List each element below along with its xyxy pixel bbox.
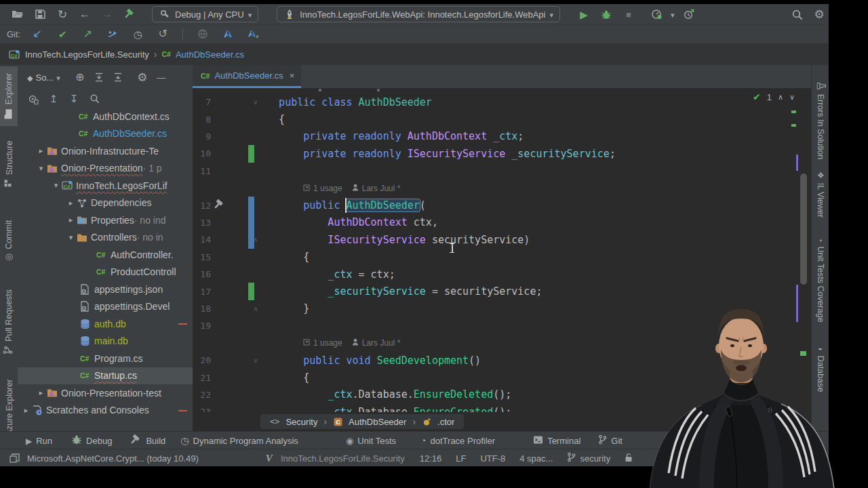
sync-icon[interactable]: ↻	[54, 6, 71, 22]
breadcrumb-project[interactable]: InnoTech.LegosForLife.Security	[25, 49, 149, 60]
back-icon[interactable]: ←	[77, 6, 93, 22]
settings-gear-icon[interactable]: ⚙	[811, 6, 827, 22]
stripe-item-il-viewer[interactable]: ❖IL Viewer	[816, 171, 825, 218]
git-history-button[interactable]: ◷	[130, 26, 146, 42]
tree-item-onion-presentation[interactable]: ▾Onion-Presentation · 1 p	[18, 160, 193, 178]
tool-windows-icon[interactable]	[8, 452, 20, 464]
tree-item-scratches-and-consoles[interactable]: ▸Scratches and Consoles	[18, 402, 193, 420]
stripe-item-errors-in-solution[interactable]: Errors In Solution	[815, 82, 827, 160]
chevron-right-icon[interactable]: ▸	[35, 146, 47, 155]
bottom-toolbar-unit-tests[interactable]: ◉Unit Tests	[346, 436, 396, 446]
stripe-item-database[interactable]: ◗Database	[816, 347, 825, 392]
status-widget-lf[interactable]: LF	[456, 453, 466, 464]
vcs-author-label[interactable]: Lars Juul *	[362, 338, 401, 348]
tree-item-innotech-legosforlif[interactable]: ▾C#InnoTech.LegosForLif	[18, 177, 193, 195]
code-vision-hint[interactable]: 1 usageLars Juul *	[303, 335, 400, 352]
bottom-toolbar-build[interactable]: Build	[130, 434, 165, 448]
hide-panel-button[interactable]: —	[155, 71, 167, 83]
bottom-toolbar-dynamic-program-analysis[interactable]: ◷Dynamic Program Analysis	[180, 436, 298, 446]
chevron-down-icon[interactable]: ▾	[35, 164, 47, 173]
tab-authdbseeder[interactable]: C# AuthDbSeeder.cs ×	[193, 65, 301, 88]
build-hammer-icon[interactable]	[121, 6, 138, 22]
open-icon[interactable]	[9, 6, 26, 22]
expand-all-button[interactable]	[93, 71, 105, 83]
scroll-up-icon[interactable]: ↥	[47, 93, 60, 105]
git-push-button[interactable]: ↗	[79, 26, 96, 42]
select-opened-file-button[interactable]	[27, 93, 39, 105]
vcs-changed-bar[interactable]	[248, 214, 254, 231]
tree-item-appsettings-devel[interactable]: appsettings.Devel	[18, 298, 193, 316]
tree-item-dependencies[interactable]: ▸Dependencies	[18, 195, 193, 212]
stripe-item-azure-explorer[interactable]: Azure Explorer	[3, 380, 15, 431]
forward-icon[interactable]: →	[99, 6, 115, 22]
chevron-right-icon[interactable]: ▸	[20, 406, 32, 415]
bottom-toolbar-debug[interactable]: Debug	[71, 434, 112, 447]
tree-item-controllers[interactable]: ▾Controllers · no in	[18, 229, 193, 247]
status-widget-utf-8[interactable]: UTF-8	[480, 453, 505, 464]
fold-marker[interactable]: ∨	[251, 352, 260, 369]
status-event[interactable]: Microsoft.AspNetCore.Crypt... (today 10.…	[27, 453, 199, 464]
git-cherry-pick-button[interactable]	[104, 26, 121, 42]
chevron-right-icon[interactable]: ▸	[35, 388, 47, 397]
profiler-chevron-icon[interactable]: ▾	[671, 8, 675, 20]
run-button[interactable]: ▶	[576, 6, 592, 22]
vcs-changed-bar[interactable]	[248, 197, 254, 214]
fold-marker[interactable]: ∧	[251, 300, 260, 317]
azure-code-icon[interactable]	[245, 26, 261, 42]
panel-search-icon[interactable]	[88, 93, 100, 105]
editor-scrollbar[interactable]	[800, 174, 807, 285]
run-configuration-selector[interactable]: InnoTech.LegosForLife.WebApi: Innotech.L…	[277, 6, 560, 22]
tree-item-authdbcontext-cs[interactable]: C#AuthDbContext.cs	[18, 108, 193, 125]
profiler-button[interactable]	[648, 6, 665, 22]
tree-item-main-db[interactable]: main.db	[18, 333, 193, 350]
tab-close-icon[interactable]: ×	[290, 70, 295, 81]
locate-file-button[interactable]: ⊕	[74, 71, 86, 83]
breadcrumb-class[interactable]: AuthDbSeeder	[349, 417, 406, 427]
breadcrumb-namespace[interactable]: Security	[285, 417, 317, 427]
vcs-author-label[interactable]: Lars Juul *	[362, 184, 401, 193]
code-vision-hint[interactable]: 1 usageLars Juul *	[303, 180, 400, 197]
fold-marker[interactable]: ∧	[251, 231, 260, 248]
search-everywhere-button[interactable]	[789, 6, 805, 22]
tree-item-productcontroll[interactable]: C#ProductControll	[18, 264, 193, 281]
fold-marker[interactable]: ∨	[251, 94, 260, 110]
stripe-item-structure[interactable]: Structure	[4, 141, 14, 188]
stop-button[interactable]: ■	[620, 6, 637, 22]
breadcrumb-ctor[interactable]: .ctor	[437, 417, 454, 427]
chevron-right-icon[interactable]: ▸	[65, 199, 77, 207]
tree-item-onion-infrastructure-te[interactable]: ▸Onion-Infrastructure-Te	[18, 142, 193, 160]
stripe-item-explorer[interactable]: Explorer	[3, 73, 14, 120]
git-update-button[interactable]: ↙	[29, 26, 45, 42]
status-widget-4-spac-[interactable]: 4 spac...	[519, 453, 553, 464]
usages-label[interactable]: 1 usage	[313, 184, 342, 193]
stripe-item-pull-requests[interactable]: Pull Requests	[3, 289, 15, 354]
bottom-toolbar-git[interactable]: Git	[598, 434, 623, 447]
tree-item-startup-cs[interactable]: C#Startup.cs	[18, 367, 193, 385]
usages-label[interactable]: 1 usage	[313, 338, 342, 348]
code-area[interactable]: ✔ 1 ∧ ∨ 7 public class AuthDbSeeder8 {9 …	[193, 88, 811, 412]
globe-icon[interactable]	[195, 26, 211, 42]
save-icon[interactable]	[32, 6, 48, 22]
run-with-coverage-button[interactable]	[681, 6, 697, 22]
tree-item-properties[interactable]: ▸Properties · no ind	[18, 211, 193, 229]
chevron-right-icon[interactable]: ▸	[65, 216, 77, 224]
collapse-all-button[interactable]	[112, 71, 124, 83]
bottom-toolbar-dottrace-profiler[interactable]: ◔dotTrace Profiler	[420, 436, 495, 446]
chevron-down-icon[interactable]: ▾	[50, 181, 62, 190]
tree-item-authdbseeder-cs[interactable]: C#AuthDbSeeder.cs	[18, 125, 193, 143]
stripe-item-commit[interactable]: ◎Commit	[4, 220, 14, 261]
git-rollback-button[interactable]: ↺	[155, 26, 171, 42]
chevron-down-icon[interactable]: ▾	[65, 233, 77, 242]
panel-settings-icon[interactable]: ⚙	[136, 71, 149, 83]
bottom-toolbar-terminal[interactable]: Terminal	[533, 435, 580, 447]
tree-item-onion-presentation-test[interactable]: ▸Onion-Presentation-test	[18, 384, 193, 402]
git-commit-button[interactable]: ✔	[54, 26, 71, 42]
bottom-toolbar-run[interactable]: ▶Run	[26, 436, 52, 446]
vcs-added-bar[interactable]	[248, 145, 254, 162]
breadcrumb-file[interactable]: AuthDbSeeder.cs	[176, 49, 244, 60]
status-widget-lock[interactable]	[625, 453, 633, 464]
tree-item-appsettings-json[interactable]: appsettings.json	[18, 281, 193, 298]
scroll-down-icon[interactable]: ↧	[68, 93, 80, 105]
azure-icon[interactable]	[220, 26, 236, 42]
stripe-item-unit-tests-coverage[interactable]: ◔Unit Tests Coverage	[816, 237, 825, 323]
